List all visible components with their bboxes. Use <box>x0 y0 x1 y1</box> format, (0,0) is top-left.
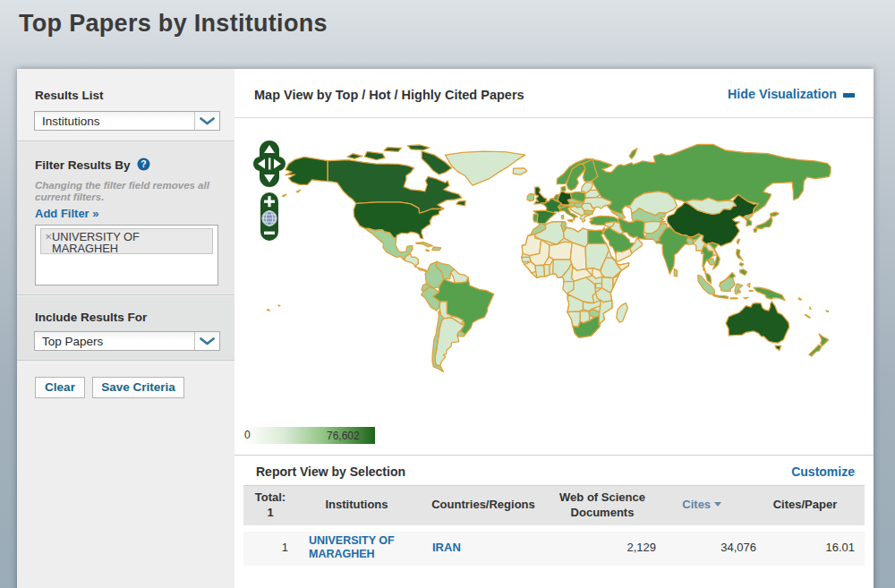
svg-text:?: ? <box>141 158 146 169</box>
